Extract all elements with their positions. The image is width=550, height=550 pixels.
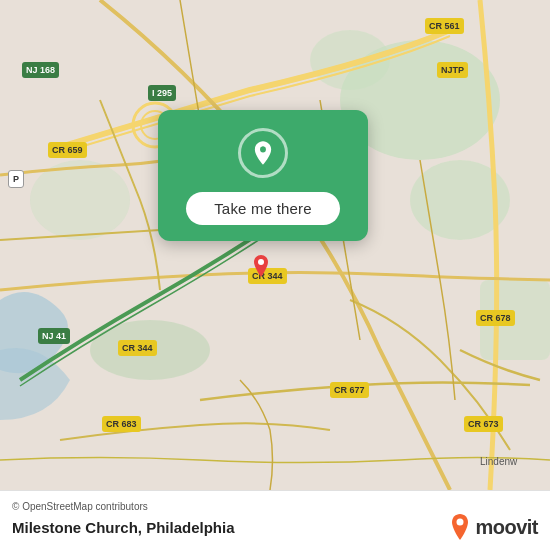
location-name: Milestone Church, Philadelphia	[12, 519, 235, 536]
moovit-logo: moovit	[449, 514, 538, 540]
road-badge-p: P	[8, 170, 24, 188]
svg-point-11	[258, 259, 264, 265]
road-badge-cr673: CR 673	[464, 416, 503, 432]
lindenw-label: Lindenw	[480, 456, 517, 467]
take-me-there-button[interactable]: Take me there	[186, 192, 340, 225]
bottom-bar: © OpenStreetMap contributors Milestone C…	[0, 490, 550, 550]
location-icon-container	[238, 128, 288, 178]
moovit-pin-icon	[449, 514, 471, 540]
road-badge-cr678: CR 678	[476, 310, 515, 326]
svg-point-10	[260, 147, 266, 153]
road-badge-cr677: CR 677	[330, 382, 369, 398]
attribution-row: © OpenStreetMap contributors	[12, 501, 538, 512]
road-badge-njtp: NJTP	[437, 62, 468, 78]
road-badge-nj168: NJ 168	[22, 62, 59, 78]
svg-point-12	[457, 519, 464, 526]
road-badge-i295: I 295	[148, 85, 176, 101]
svg-point-6	[30, 160, 130, 240]
svg-point-3	[310, 30, 390, 90]
card-overlay: Take me there	[158, 110, 368, 241]
map-container: NJ 168 I 295 CR 561 NJTP CR 659 CR 344 C…	[0, 0, 550, 490]
road-badge-cr344b: CR 344	[118, 340, 157, 356]
attribution-text: © OpenStreetMap contributors	[12, 501, 148, 512]
location-info-row: Milestone Church, Philadelphia moovit	[12, 514, 538, 540]
road-badge-cr683: CR 683	[102, 416, 141, 432]
moovit-text: moovit	[475, 516, 538, 539]
road-badge-cr561: CR 561	[425, 18, 464, 34]
road-badge-cr659: CR 659	[48, 142, 87, 158]
location-pin-icon	[249, 139, 277, 167]
map-pin-marker	[252, 255, 270, 277]
road-badge-nj41: NJ 41	[38, 328, 70, 344]
